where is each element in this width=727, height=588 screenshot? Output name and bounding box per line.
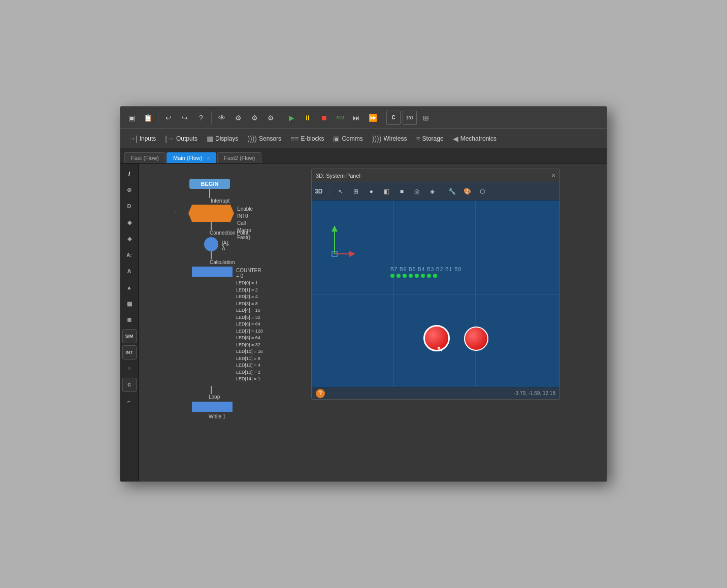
eblocks-icon: ≡≡: [290, 135, 299, 143]
toolbar: ▣ 📋 ↩ ↪ ? 👁 ⚙ ⚙ ⚙ ▶ ⏸ ⏹ SIM ⏭ ⏩ C 101 ⊞: [120, 107, 607, 129]
cube-tool[interactable]: ⬡: [476, 185, 489, 198]
play-button[interactable]: ▶: [284, 111, 299, 125]
sidebar-tool-diamond[interactable]: ◆: [122, 215, 137, 230]
sidebar-tool-cursor[interactable]: I: [122, 167, 137, 181]
ribbon-storage[interactable]: ≡ Storage: [412, 133, 447, 145]
redo-icon[interactable]: ↪: [178, 111, 192, 125]
ribbon-wireless[interactable]: )))) Wireless: [368, 133, 411, 145]
ribbon-displays[interactable]: ▦ Displays: [203, 133, 242, 145]
eye-icon[interactable]: 👁: [215, 111, 229, 125]
calc-label: Calculation: [210, 259, 235, 265]
ribbon-inputs[interactable]: →| Inputs: [124, 133, 160, 145]
pause-button[interactable]: ⏸: [301, 111, 315, 125]
tabs-bar: Fast (Flow) Main (Flow) × Fast2 (Flow): [120, 148, 607, 164]
orange-labels: Enable INT0 Call Macro Fast(): [237, 206, 253, 241]
sidebar-tool-circle[interactable]: ⊘: [122, 183, 137, 197]
box-tool[interactable]: ■: [395, 185, 408, 198]
panel-statusbar: ? -3.70, -1.59, 12.18: [312, 387, 559, 399]
binary-icon[interactable]: 101: [403, 111, 417, 125]
ribbon-eblocks[interactable]: ≡≡ E-blocks: [286, 133, 328, 145]
material-tool[interactable]: ◧: [380, 185, 393, 198]
ribbon-mechatronics[interactable]: ◀ Mechatronics: [449, 133, 501, 145]
sim-button[interactable]: SIM: [333, 111, 347, 125]
step-button[interactable]: ⏭: [349, 111, 363, 125]
red-circle-led-1[interactable]: [423, 325, 450, 351]
sidebar-tool-sim[interactable]: SIM: [122, 329, 137, 343]
led-dot-3: [409, 274, 413, 278]
inputs-icon: →|: [128, 135, 138, 143]
comms-icon: ▣: [333, 135, 340, 143]
led-4: LED[4] = 16: [236, 307, 263, 314]
open-file-icon[interactable]: 📋: [141, 111, 155, 125]
led-0: LED[0] = 1: [236, 280, 263, 287]
sidebar-tool-a[interactable]: A: [122, 264, 137, 278]
orange-hexagon: [188, 205, 234, 222]
outputs-icon: |→: [165, 135, 174, 143]
sidebar-tool-corner[interactable]: ⌐: [122, 394, 137, 408]
toolbar-sep-2: [211, 112, 212, 124]
tab-fast2[interactable]: Fast2 (Flow): [217, 152, 261, 163]
settings1-icon[interactable]: ⚙: [231, 111, 245, 125]
help-icon[interactable]: ?: [194, 111, 208, 125]
move-tool[interactable]: ⊞: [349, 185, 362, 198]
arrow-left: →: [172, 209, 178, 215]
toolbar-sep-4: [383, 112, 383, 124]
flow-line-1: [209, 189, 210, 198]
new-file-icon[interactable]: ▣: [124, 111, 139, 125]
sidebar-tool-diamond2[interactable]: ◈: [122, 232, 137, 246]
sidebar-tool-c[interactable]: C: [122, 378, 137, 392]
led-12: LED[12] = 4: [236, 362, 263, 369]
ribbon-comms[interactable]: ▣ Comms: [329, 133, 367, 145]
ribbon: →| Inputs |→ Outputs ▦ Displays )))) Sen…: [120, 129, 607, 148]
sidebar-tool-int[interactable]: INT: [122, 345, 137, 360]
sidebar-tool-lines2[interactable]: ≡: [122, 362, 137, 376]
panel-title: 3D: System Panel: [316, 173, 360, 179]
calc-rect: [192, 267, 233, 277]
stop-button[interactable]: ⏹: [317, 111, 331, 125]
left-sidebar: I ⊘ D ◆ ◈ A: A ▲ ▦ ≣ SIM INT ≡ C ⌐: [120, 164, 139, 481]
settings3-icon[interactable]: ⚙: [263, 111, 278, 125]
red-circle-led-2[interactable]: [464, 326, 488, 351]
cursor-tool[interactable]: ↖: [334, 185, 347, 198]
status-icon[interactable]: ?: [316, 389, 325, 398]
tab-main[interactable]: Main (Flow) ×: [167, 152, 216, 163]
diamond-tool[interactable]: ◈: [425, 185, 439, 198]
ribbon-sensors[interactable]: )))) Sensors: [243, 133, 285, 145]
sidebar-tool-lines[interactable]: ≣: [122, 313, 137, 327]
export-icon[interactable]: ⊞: [419, 111, 433, 125]
toolbar-sep-3: [281, 112, 281, 124]
tab-main-close[interactable]: ×: [207, 155, 210, 161]
sidebar-tool-grid[interactable]: ▦: [122, 297, 137, 311]
grid-h-1: [312, 294, 559, 295]
interrupt-label: Interrupt: [211, 198, 229, 204]
calc-value: COUNTER = 0: [236, 268, 261, 279]
toolbar-sep-1: [158, 112, 158, 124]
led-dot-2: [403, 274, 407, 278]
panel-close-button[interactable]: ×: [551, 172, 555, 179]
led-5: LED[5] = 32: [236, 314, 263, 321]
3d-label: 3D: [315, 188, 322, 195]
paint-tool[interactable]: 🎨: [460, 185, 474, 198]
displays-icon: ▦: [207, 135, 213, 143]
tab-fast[interactable]: Fast (Flow): [124, 152, 166, 163]
ribbon-outputs[interactable]: |→ Outputs: [161, 133, 202, 145]
fast-forward-button[interactable]: ⏩: [366, 111, 380, 125]
led-10: LED[10] = 16: [236, 348, 263, 355]
led-header: B7 B6 B5 B4 B3 B2 B1 B0: [390, 267, 461, 278]
axes-svg: [324, 223, 355, 259]
sidebar-tool-triangle[interactable]: ▲: [122, 280, 137, 295]
loop-rect: [192, 402, 233, 412]
sidebar-tool-d[interactable]: D: [122, 199, 137, 213]
wrench-tool[interactable]: 🔧: [445, 185, 458, 198]
flowchart-area: BEGIN Interrupt → Enable INT0 Call Macro…: [139, 164, 607, 481]
led-dot-7: [433, 274, 437, 278]
sensors-icon: )))): [247, 135, 257, 143]
undo-icon[interactable]: ↩: [161, 111, 176, 125]
sidebar-tool-a-colon[interactable]: A:: [122, 248, 137, 262]
c-icon[interactable]: C: [386, 111, 401, 125]
light-tool[interactable]: ◎: [410, 185, 423, 198]
sphere-tool[interactable]: ●: [365, 185, 378, 198]
system-panel: 3D: System Panel × 3D ↖ ⊞ ● ◧ ■ ◎ ◈ 🔧 �: [311, 169, 560, 400]
led-14: LED[14] = 1: [236, 376, 263, 383]
settings2-icon[interactable]: ⚙: [247, 111, 261, 125]
